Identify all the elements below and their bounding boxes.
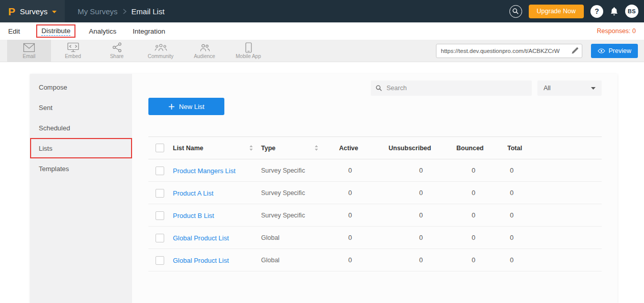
email-lists-panel: ComposeSentScheduledListsTemplates All N… bbox=[30, 74, 617, 303]
chevron-right-icon bbox=[123, 9, 126, 14]
toolbar-items: EmailEmbedShareCommunityAudienceMobile A… bbox=[0, 40, 270, 62]
list-name-link[interactable]: Product B List bbox=[173, 212, 214, 219]
tab-analytics[interactable]: Analytics bbox=[89, 27, 116, 35]
total-count: 0 bbox=[493, 204, 602, 227]
column-header-type[interactable]: Type bbox=[260, 137, 325, 159]
list-search-input[interactable] bbox=[385, 84, 527, 92]
column-header-list-name[interactable]: List Name bbox=[173, 137, 260, 159]
community-icon bbox=[154, 42, 167, 52]
table-row: Global Product ListGlobal0000 bbox=[148, 227, 602, 249]
table-row: Global Product ListGlobal0000 bbox=[148, 249, 602, 271]
sidebar-item-compose[interactable]: Compose bbox=[30, 77, 132, 97]
survey-nav: EditDistributeAnalyticsIntegration Respo… bbox=[0, 22, 644, 40]
sidebar-item-templates[interactable]: Templates bbox=[30, 158, 132, 179]
list-name-link[interactable]: Global Product List bbox=[173, 234, 229, 242]
row-checkbox[interactable] bbox=[156, 167, 164, 175]
tab-integration[interactable]: Integration bbox=[133, 27, 165, 35]
total-count: 0 bbox=[493, 227, 602, 249]
column-label: Total bbox=[507, 145, 522, 152]
edit-url-button[interactable] bbox=[569, 47, 582, 54]
sidebar-item-scheduled[interactable]: Scheduled bbox=[30, 118, 132, 138]
list-filter-dropdown[interactable]: All bbox=[537, 80, 602, 96]
toolbar-item-email[interactable]: Email bbox=[7, 40, 51, 62]
new-list-button[interactable]: New List bbox=[148, 98, 224, 115]
list-name-link[interactable]: Global Product List bbox=[173, 257, 229, 264]
total-count: 0 bbox=[493, 182, 602, 204]
sidebar-item-sent[interactable]: Sent bbox=[30, 97, 132, 118]
unsubscribed-count: 0 bbox=[374, 182, 442, 204]
question-mark-icon: ? bbox=[595, 7, 599, 15]
bounced-count: 0 bbox=[442, 204, 493, 227]
pencil-icon bbox=[572, 47, 578, 54]
column-label: Unsubscribed bbox=[389, 145, 431, 152]
top-navbar: P Surveys My Surveys Email List Upgrade … bbox=[0, 0, 644, 22]
table-header-row: List NameTypeActiveUnsubscribedBouncedTo… bbox=[148, 137, 602, 159]
survey-url-input[interactable] bbox=[436, 48, 569, 54]
tab-distribute[interactable]: Distribute bbox=[36, 24, 75, 38]
breadcrumb-current: Email List bbox=[132, 7, 165, 16]
column-label: List Name bbox=[173, 145, 203, 152]
column-label: Type bbox=[261, 145, 275, 152]
breadcrumb-parent[interactable]: My Surveys bbox=[78, 7, 117, 16]
tab-edit[interactable]: Edit bbox=[8, 27, 20, 35]
eye-icon bbox=[598, 48, 605, 53]
help-button[interactable]: ? bbox=[590, 5, 603, 18]
preview-label: Preview bbox=[609, 47, 631, 54]
active-count: 0 bbox=[325, 159, 374, 182]
sidebar-menu: ComposeSentScheduledListsTemplates bbox=[30, 77, 132, 179]
upgrade-now-button[interactable]: Upgrade Now bbox=[529, 5, 584, 18]
active-count: 0 bbox=[325, 227, 374, 249]
active-count: 0 bbox=[325, 249, 374, 271]
column-label: Active bbox=[339, 145, 358, 152]
list-type: Survey Specific bbox=[260, 159, 325, 182]
unsubscribed-count: 0 bbox=[374, 227, 442, 249]
preview-button[interactable]: Preview bbox=[591, 44, 638, 58]
search-button[interactable] bbox=[509, 5, 522, 18]
lists-table: List NameTypeActiveUnsubscribedBouncedTo… bbox=[148, 136, 602, 271]
tab-label: Integration bbox=[133, 27, 165, 35]
notifications-button[interactable] bbox=[610, 7, 619, 16]
new-list-label: New List bbox=[179, 103, 204, 111]
row-checkbox[interactable] bbox=[156, 256, 164, 265]
bounced-count: 0 bbox=[442, 227, 493, 249]
filter-value: All bbox=[544, 85, 551, 92]
toolbar-item-share[interactable]: Share bbox=[95, 40, 139, 62]
list-type: Global bbox=[260, 249, 325, 271]
responses-count[interactable]: Responses: 0 bbox=[597, 27, 636, 35]
toolbar-item-label: Embed bbox=[65, 53, 81, 59]
toolbar-item-embed[interactable]: Embed bbox=[51, 40, 95, 62]
row-checkbox[interactable] bbox=[156, 211, 164, 220]
plus-icon bbox=[168, 103, 175, 110]
sort-icon[interactable] bbox=[315, 145, 318, 151]
sidebar-item-lists[interactable]: Lists bbox=[30, 138, 132, 158]
unsubscribed-count: 0 bbox=[374, 204, 442, 227]
column-header-active: Active bbox=[325, 137, 374, 159]
sort-icon[interactable] bbox=[249, 145, 253, 151]
active-count: 0 bbox=[325, 182, 374, 204]
list-name-link[interactable]: Product A List bbox=[173, 189, 214, 197]
nav-tabs: EditDistributeAnalyticsIntegration bbox=[8, 24, 182, 38]
list-search-box[interactable] bbox=[371, 80, 532, 96]
toolbar-item-label: Share bbox=[110, 53, 124, 59]
breadcrumb: My Surveys Email List bbox=[78, 7, 164, 16]
column-header-bounced: Bounced bbox=[442, 137, 493, 159]
select-all-checkbox[interactable] bbox=[156, 144, 164, 152]
toolbar-item-mobile-app[interactable]: Mobile App bbox=[226, 40, 270, 62]
tab-label: Edit bbox=[8, 27, 20, 35]
row-checkbox[interactable] bbox=[156, 234, 164, 242]
user-avatar[interactable]: BS bbox=[625, 5, 638, 18]
list-name-link[interactable]: Product Mangers List bbox=[173, 167, 236, 175]
list-type: Survey Specific bbox=[260, 182, 325, 204]
column-label: Bounced bbox=[456, 145, 483, 152]
list-type: Survey Specific bbox=[260, 204, 325, 227]
toolbar-item-label: Email bbox=[22, 53, 35, 59]
row-checkbox[interactable] bbox=[156, 189, 164, 198]
toolbar-item-audience[interactable]: Audience bbox=[183, 40, 226, 62]
product-switcher[interactable]: P Surveys bbox=[0, 0, 65, 22]
tab-label: Distribute bbox=[41, 27, 70, 36]
lists-content: All New List List NameTypeActiveUnsubscr… bbox=[132, 74, 617, 303]
embed-icon bbox=[67, 42, 79, 52]
toolbar-item-community[interactable]: Community bbox=[139, 40, 183, 62]
unsubscribed-count: 0 bbox=[374, 249, 442, 271]
list-type: Global bbox=[260, 227, 325, 249]
